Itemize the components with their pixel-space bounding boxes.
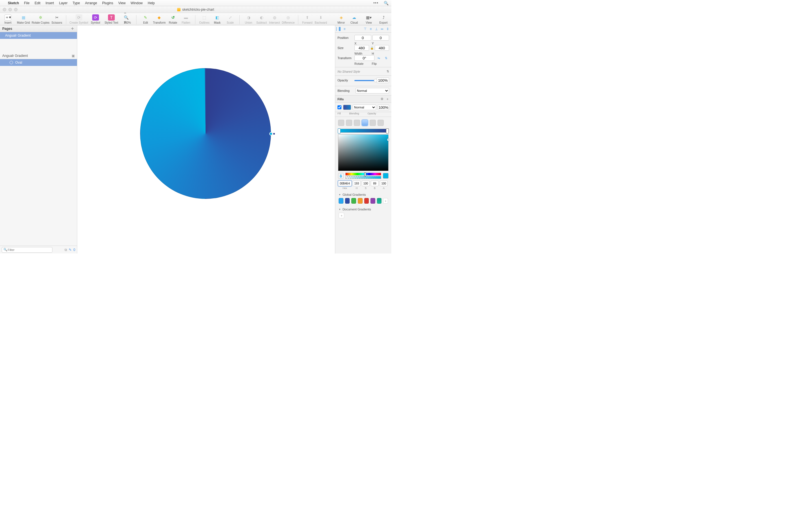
filter-slice-icon[interactable]: ✎ xyxy=(69,248,71,252)
menu-plugins[interactable]: Plugins xyxy=(102,1,113,5)
align-middle-icon[interactable]: ≡ xyxy=(368,26,373,32)
shared-style-dropdown[interactable]: No Shared Style ⇅ xyxy=(335,67,391,76)
fill-type-pattern[interactable] xyxy=(370,120,376,126)
lock-aspect-icon[interactable]: 🔒 xyxy=(370,47,373,50)
artboard-header[interactable]: Angualr Gradient ▣ xyxy=(0,52,77,59)
gradient-stop-start[interactable] xyxy=(338,128,341,133)
menu-insert[interactable]: Insert xyxy=(45,1,54,5)
fill-type-linear[interactable] xyxy=(346,120,352,126)
layer-item-oval[interactable]: Oval xyxy=(0,59,77,66)
rotate-button[interactable]: ↺Rotate xyxy=(167,14,179,24)
gradient-swatch[interactable] xyxy=(351,198,356,204)
gradient-swatch[interactable] xyxy=(364,198,369,204)
menu-type[interactable]: Type xyxy=(72,1,80,5)
fill-blending-select[interactable]: Normal xyxy=(353,105,376,110)
position-x-input[interactable] xyxy=(354,35,371,41)
opacity-value-input[interactable] xyxy=(377,77,389,83)
styled-text-button[interactable]: TStyled Text xyxy=(105,14,118,24)
layer-filter-input[interactable] xyxy=(2,247,52,252)
gradient-handle-start[interactable] xyxy=(269,132,273,135)
backward-button[interactable]: ⬇Backward xyxy=(315,14,327,24)
add-page-button[interactable]: ＋ xyxy=(70,25,75,32)
scale-button[interactable]: ⤢Scale xyxy=(225,14,236,24)
collapse-icon[interactable]: ▣ xyxy=(71,54,75,58)
gradient-swatch[interactable] xyxy=(345,198,350,204)
close-window-button[interactable] xyxy=(3,8,6,11)
alpha-input[interactable] xyxy=(380,180,388,186)
hue-slider[interactable] xyxy=(345,173,381,175)
fill-type-noise[interactable] xyxy=(377,120,384,126)
menu-view[interactable]: View xyxy=(118,1,126,5)
hue-input[interactable] xyxy=(353,180,361,186)
edit-button[interactable]: ✎Edit xyxy=(140,14,151,24)
flatten-button[interactable]: ▬Flatten xyxy=(181,14,192,24)
make-grid-button[interactable]: ▦Make Grid xyxy=(17,14,30,24)
blending-select[interactable]: Normal xyxy=(356,88,389,94)
fill-swatch[interactable] xyxy=(343,105,351,110)
distribute-h-icon[interactable]: ⇔ xyxy=(379,26,385,32)
position-y-input[interactable] xyxy=(372,35,389,41)
intersect-button[interactable]: ◍Intersect xyxy=(269,14,280,24)
hex-input[interactable] xyxy=(338,180,352,186)
gradient-swatch[interactable] xyxy=(377,198,382,204)
add-fill-button[interactable]: ＋ xyxy=(386,97,389,101)
difference-button[interactable]: ◎Difference xyxy=(282,14,295,24)
rotate-input[interactable] xyxy=(354,55,374,61)
overflow-icon[interactable]: ••• xyxy=(373,1,378,5)
menu-help[interactable]: Help xyxy=(148,1,155,5)
subtract-button[interactable]: ◐Subtract xyxy=(256,14,267,24)
fill-opacity-input[interactable] xyxy=(378,105,389,110)
outlines-button[interactable]: ⬚Outlines xyxy=(199,14,210,24)
align-bottom-icon[interactable]: ⊥ xyxy=(374,26,379,32)
hue-cursor[interactable] xyxy=(364,172,366,176)
document-gradients-disclosure[interactable]: ▼ Document Gradients xyxy=(336,206,390,213)
forward-button[interactable]: ⬆Forward xyxy=(302,14,313,24)
align-left-icon[interactable]: ▏▋ xyxy=(336,26,342,32)
saturation-value-picker[interactable] xyxy=(338,134,389,171)
gradient-handle-end[interactable] xyxy=(273,133,275,135)
mask-button[interactable]: ◧Mask xyxy=(212,14,223,24)
create-symbol-button[interactable]: ⟳Create Symbol xyxy=(70,14,88,24)
add-global-gradient-button[interactable]: ＋ xyxy=(383,198,388,204)
fills-gear-icon[interactable]: ⚙ xyxy=(380,97,384,101)
align-center-h-icon[interactable]: ≡ xyxy=(342,26,347,32)
gradient-swatch[interactable] xyxy=(339,198,343,204)
flip-h-icon[interactable]: ⇋ xyxy=(375,56,382,60)
height-input[interactable] xyxy=(375,45,389,51)
menu-window[interactable]: Window xyxy=(131,1,143,5)
gradient-editor-bar[interactable] xyxy=(338,129,389,133)
app-menu[interactable]: Sketch xyxy=(8,1,19,5)
zoom-control[interactable]: − 🔍 +100% xyxy=(121,14,133,24)
fill-enabled-checkbox[interactable] xyxy=(338,105,342,109)
fill-type-angular[interactable] xyxy=(362,120,368,126)
menu-file[interactable]: File xyxy=(24,1,29,5)
zoom-window-button[interactable] xyxy=(14,8,17,11)
menu-arrange[interactable]: Arrange xyxy=(85,1,97,5)
scissors-button[interactable]: ✂Scissors xyxy=(51,14,63,24)
fill-type-flat[interactable] xyxy=(338,120,344,126)
gradient-stop-end[interactable] xyxy=(386,128,389,133)
opacity-slider[interactable] xyxy=(354,79,375,82)
eyedropper-button[interactable]: 💧 xyxy=(338,173,344,179)
bright-input[interactable] xyxy=(371,180,378,186)
canvas[interactable] xyxy=(77,25,335,253)
mirror-button[interactable]: ◈Mirror xyxy=(336,14,347,24)
gradient-swatch[interactable] xyxy=(358,198,363,204)
width-input[interactable] xyxy=(354,45,369,51)
oval-shape[interactable] xyxy=(140,68,271,199)
page-item[interactable]: Angualr Gradient xyxy=(0,32,77,39)
view-button[interactable]: ▦▾View xyxy=(363,14,374,24)
gradient-swatch[interactable] xyxy=(370,198,375,204)
minimize-window-button[interactable] xyxy=(8,8,12,11)
filter-copy-icon[interactable]: ⧉ xyxy=(64,248,67,252)
sv-cursor[interactable] xyxy=(387,138,389,141)
insert-button[interactable]: ＋▾Insert xyxy=(2,14,13,24)
alpha-slider[interactable] xyxy=(345,176,381,179)
global-gradients-disclosure[interactable]: ▼ Global Gradients xyxy=(336,191,390,198)
add-document-gradient-button[interactable]: ＋ xyxy=(339,213,344,218)
align-top-icon[interactable]: ⊤ xyxy=(363,26,368,32)
transform-button[interactable]: ◆Transform xyxy=(153,14,165,24)
sat-input[interactable] xyxy=(362,180,370,186)
export-button[interactable]: ⤴Export xyxy=(378,14,389,24)
union-button[interactable]: ◑Union xyxy=(243,14,254,24)
